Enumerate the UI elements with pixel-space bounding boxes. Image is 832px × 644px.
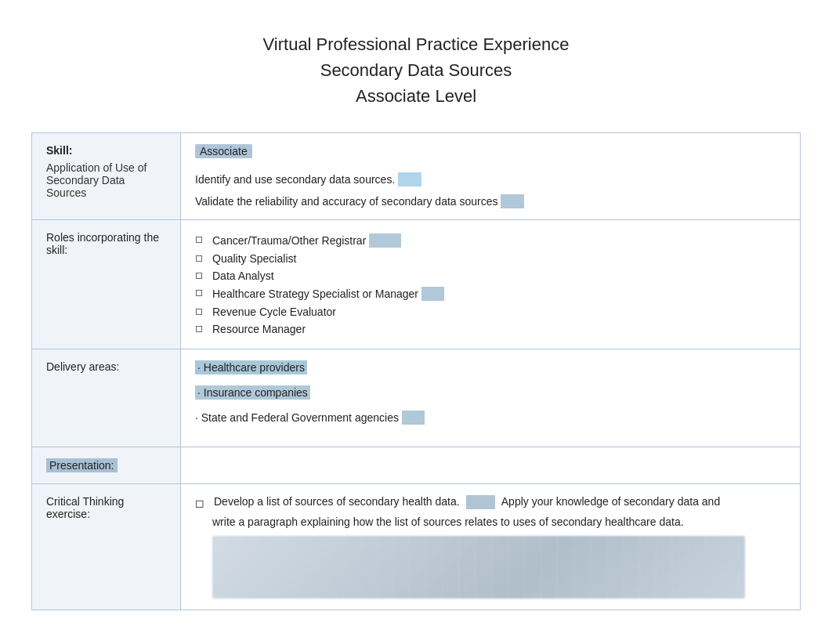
roles-right-cell: Cancer/Trauma/Other Registrar Quality Sp… xyxy=(181,220,801,349)
role-text: Resource Manager xyxy=(212,323,306,335)
skill-desc-2-highlight xyxy=(501,194,523,208)
level-badge: Associate xyxy=(195,144,252,158)
list-item: Revenue Cycle Evaluator xyxy=(195,303,786,320)
critical-blurred-image xyxy=(212,536,745,599)
critical-blurred-area xyxy=(212,536,786,599)
delivery-highlight-1: · Healthcare providers xyxy=(195,360,307,374)
table-row-skill: Skill: Application of Use of Secondary D… xyxy=(32,133,801,220)
role-highlight-1 xyxy=(369,233,401,248)
role-text: Healthcare Strategy Specialist or Manage… xyxy=(212,288,418,300)
presentation-left-cell: Presentation: xyxy=(32,447,181,484)
table-row-delivery: Delivery areas: · Healthcare providers ·… xyxy=(32,349,801,447)
list-item: Resource Manager xyxy=(195,320,786,338)
delivery-item-2: · Insurance companies xyxy=(195,385,786,400)
critical-right-cell: ◻ Develop a list of sources of secondary… xyxy=(181,484,801,610)
table-row-critical: Critical Thinking exercise: ◻ Develop a … xyxy=(32,484,801,610)
list-item: Quality Specialist xyxy=(195,250,786,267)
skill-name: Application of Use of Secondary Data Sou… xyxy=(46,161,166,199)
list-item: Cancer/Trauma/Other Registrar xyxy=(195,231,786,250)
main-table: Skill: Application of Use of Secondary D… xyxy=(31,132,801,610)
critical-left-cell: Critical Thinking exercise: xyxy=(32,484,181,610)
table-row-roles: Roles incorporating the skill: Cancer/Tr… xyxy=(32,220,801,349)
skill-desc-1-highlight xyxy=(398,172,421,186)
critical-text-part2: Apply your knowledge of secondary data a… xyxy=(501,495,720,508)
header-title: Virtual Professional Practice Experience… xyxy=(16,31,816,109)
role-text: Data Analyst xyxy=(212,270,274,282)
delivery-label: Delivery areas: xyxy=(46,360,166,373)
skill-desc-1-text: Identify and use secondary data sources. xyxy=(195,173,395,186)
delivery-item-3: · State and Federal Government agencies xyxy=(195,411,786,425)
list-item: Healthcare Strategy Specialist or Manage… xyxy=(195,284,786,303)
delivery-right-cell: · Healthcare providers · Insurance compa… xyxy=(181,349,801,447)
delivery-text-3: · State and Federal Government agencies xyxy=(195,411,399,424)
delivery-highlight-2: · Insurance companies xyxy=(195,385,310,400)
skill-desc-1: Identify and use secondary data sources. xyxy=(195,172,786,186)
presentation-right-cell xyxy=(181,447,801,484)
role-highlight-4 xyxy=(421,287,444,301)
header-line2: Secondary Data Sources xyxy=(16,57,816,83)
skill-desc-2: Validate the reliability and accuracy of… xyxy=(195,194,786,208)
header-line3: Associate Level xyxy=(16,83,816,109)
roles-label: Roles incorporating the skill: xyxy=(46,231,166,256)
delivery-highlight-3 xyxy=(402,411,425,425)
role-text: Revenue Cycle Evaluator xyxy=(212,306,336,318)
skill-label: Skill: xyxy=(46,144,166,157)
roles-left-cell: Roles incorporating the skill: xyxy=(32,220,181,349)
critical-text-line2: write a paragraph explaining how the lis… xyxy=(212,516,786,528)
delivery-left-cell: Delivery areas: xyxy=(32,349,181,447)
list-item: Data Analyst xyxy=(195,267,786,284)
role-text: Quality Specialist xyxy=(212,252,296,265)
role-text: Cancer/Trauma/Other Registrar xyxy=(212,234,366,247)
roles-list: Cancer/Trauma/Other Registrar Quality Sp… xyxy=(195,231,786,338)
critical-main-line: ◻ Develop a list of sources of secondary… xyxy=(195,495,786,509)
critical-label: Critical Thinking exercise: xyxy=(46,495,166,520)
page-container: Virtual Professional Practice Experience… xyxy=(0,0,832,644)
critical-highlight-1 xyxy=(466,495,495,509)
skill-left-cell: Skill: Application of Use of Secondary D… xyxy=(32,133,181,220)
table-row-presentation: Presentation: xyxy=(32,447,801,484)
bullet-icon: ◻ xyxy=(195,497,204,509)
header-line1: Virtual Professional Practice Experience xyxy=(16,31,816,57)
header-section: Virtual Professional Practice Experience… xyxy=(0,0,832,125)
delivery-item-1: · Healthcare providers xyxy=(195,360,786,374)
critical-text-part1: Develop a list of sources of secondary h… xyxy=(214,495,460,508)
skill-right-cell: Associate Identify and use secondary dat… xyxy=(181,133,801,220)
presentation-label: Presentation: xyxy=(46,458,118,472)
skill-desc-2-text: Validate the reliability and accuracy of… xyxy=(195,195,498,208)
